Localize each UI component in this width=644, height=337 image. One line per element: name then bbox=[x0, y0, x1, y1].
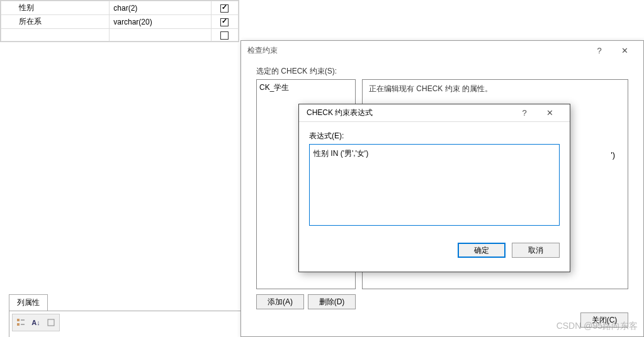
list-item[interactable]: CK_学生 bbox=[259, 82, 353, 93]
check-expression-dialog: CHECK 约束表达式 ? ✕ 表达式(E): 确定 取消 bbox=[298, 104, 570, 272]
table-row[interactable]: 所在系 varchar(20) bbox=[1, 15, 239, 29]
cell-type[interactable]: char(2) bbox=[110, 1, 212, 15]
close-icon[interactable]: ✕ bbox=[612, 43, 637, 57]
cancel-button[interactable]: 取消 bbox=[512, 243, 560, 258]
checkbox-icon[interactable] bbox=[220, 4, 229, 13]
watermark: CSDN @95路向东客 bbox=[556, 321, 638, 332]
tab-column-properties[interactable]: 列属性 bbox=[9, 294, 48, 311]
cell-type[interactable]: varchar(20) bbox=[110, 15, 212, 29]
sort-az-icon[interactable]: A↓ bbox=[29, 316, 43, 329]
dialog-title: CHECK 约束表达式 bbox=[307, 108, 512, 118]
close-icon[interactable]: ✕ bbox=[537, 106, 562, 120]
categorized-icon[interactable] bbox=[14, 316, 28, 329]
cell-null[interactable] bbox=[211, 1, 238, 15]
ok-button[interactable]: 确定 bbox=[458, 243, 506, 258]
dialog-titlebar[interactable]: CHECK 约束表达式 ? ✕ bbox=[299, 104, 570, 122]
expression-label: 表达式(E): bbox=[309, 131, 560, 141]
cell-name[interactable] bbox=[1, 29, 110, 41]
checkbox-icon[interactable] bbox=[220, 31, 229, 40]
add-button[interactable]: 添加(A) bbox=[256, 294, 304, 309]
column-grid: 性别 char(2) 所在系 varchar(20) bbox=[0, 0, 239, 42]
table-row[interactable]: 性别 char(2) bbox=[1, 1, 239, 15]
checkbox-icon[interactable] bbox=[220, 18, 229, 26]
dialog-titlebar[interactable]: 检查约束 ? ✕ bbox=[241, 41, 643, 60]
table-row[interactable] bbox=[1, 29, 239, 41]
cell-name[interactable]: 性别 bbox=[1, 1, 110, 15]
svg-rect-0 bbox=[17, 319, 20, 321]
svg-rect-1 bbox=[17, 323, 20, 326]
dialog-title: 检查约束 bbox=[247, 45, 587, 56]
selected-constraints-label: 选定的 CHECK 约束(S): bbox=[256, 66, 628, 77]
help-button[interactable]: ? bbox=[512, 106, 537, 120]
column-properties-panel: 列属性 A↓ bbox=[9, 294, 248, 337]
props-toolbar: A↓ bbox=[12, 314, 60, 331]
cell-type[interactable] bbox=[110, 29, 212, 41]
help-button[interactable]: ? bbox=[587, 43, 612, 57]
editing-hint: 正在编辑现有 CHECK 约束 的属性。 bbox=[369, 84, 621, 94]
cell-name[interactable]: 所在系 bbox=[1, 15, 110, 29]
cell-null[interactable] bbox=[211, 29, 238, 41]
identity-fragment: ') bbox=[611, 150, 615, 160]
svg-rect-4 bbox=[48, 319, 54, 326]
delete-button[interactable]: 删除(D) bbox=[308, 294, 356, 309]
cell-null[interactable] bbox=[211, 15, 238, 29]
properties-icon[interactable] bbox=[44, 316, 58, 329]
expression-textarea[interactable] bbox=[309, 144, 560, 226]
